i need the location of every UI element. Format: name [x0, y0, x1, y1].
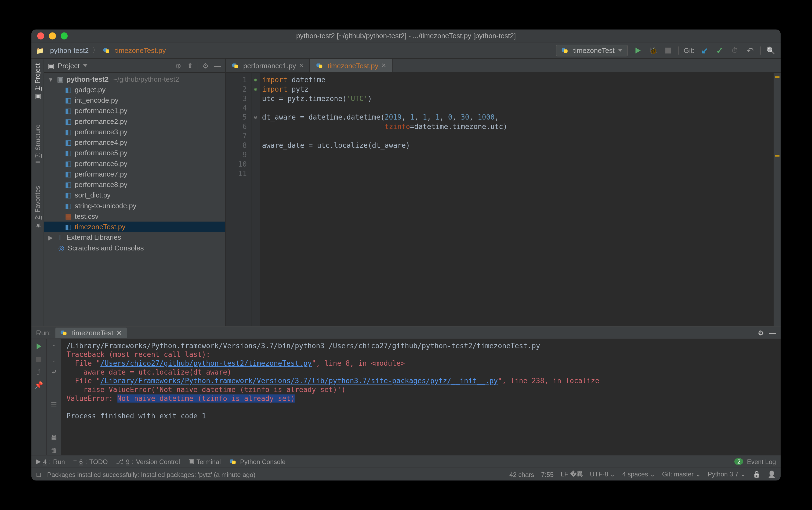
git-commit-button[interactable] — [715, 45, 725, 55]
run-tool-tab[interactable]: ▶ 4: Run — [36, 458, 65, 465]
readonly-lock-icon[interactable] — [753, 471, 761, 478]
caret-open-icon[interactable] — [48, 76, 54, 83]
tree-file[interactable]: performance5.py — [44, 148, 225, 158]
expand-icon[interactable] — [251, 75, 260, 85]
git-history-button[interactable] — [730, 45, 740, 55]
run-toolbar-secondary — [47, 339, 62, 455]
up-stack-button[interactable] — [49, 342, 59, 351]
caret-closed-icon[interactable] — [48, 234, 54, 241]
git-branch[interactable]: Git: master ⌄ — [662, 471, 701, 478]
cursor-position[interactable]: 7:55 — [541, 471, 554, 478]
down-stack-button[interactable] — [49, 355, 59, 364]
chevron-down-icon[interactable] — [83, 64, 88, 67]
close-window-button[interactable] — [37, 32, 44, 39]
python-file-icon — [64, 191, 72, 199]
tree-file[interactable]: performance1.py — [44, 106, 225, 116]
python-file-icon — [64, 107, 72, 115]
editor-tabs: performance1.py ✕ timezoneTest.py ✕ — [226, 59, 781, 73]
close-tab-icon[interactable]: ✕ — [116, 329, 122, 337]
tree-file[interactable]: performance3.py — [44, 127, 225, 137]
tree-file[interactable]: sort_dict.py — [44, 190, 225, 200]
python-file-icon — [64, 117, 72, 126]
run-tab[interactable]: timezoneTest ✕ — [56, 327, 127, 338]
project-tool-tab[interactable]: ▣ 1: Project — [34, 63, 41, 101]
traceback-link[interactable]: /Users/chico27/github/python-test2/timez… — [100, 359, 312, 368]
hide-panel-button[interactable] — [213, 61, 222, 70]
code-content[interactable]: import datetime import pytz utc = pytz.t… — [260, 73, 774, 326]
tree-file-label: performance6.py — [74, 160, 127, 168]
tree-file[interactable]: test.csv — [44, 211, 225, 222]
file-encoding[interactable]: UTF-8 ⌄ — [590, 471, 615, 478]
maximize-window-button[interactable] — [61, 32, 68, 39]
editor-body[interactable]: 1234567891011 import datetime import pyt… — [226, 73, 781, 326]
editor-tab-inactive[interactable]: performance1.py ✕ — [226, 59, 310, 72]
indent-settings[interactable]: 4 spaces ⌄ — [622, 471, 655, 478]
external-libraries[interactable]: External Libraries — [44, 232, 225, 243]
close-tab-icon[interactable]: ✕ — [299, 62, 303, 69]
pin-button[interactable]: 📌 — [34, 380, 43, 390]
tool-windows-toggle[interactable] — [36, 471, 41, 478]
structure-tool-tab[interactable]: ⫴ 7: Structure — [34, 124, 41, 163]
git-revert-button[interactable] — [745, 45, 755, 55]
hide-run-button[interactable] — [769, 329, 776, 337]
restore-layout-button[interactable] — [34, 368, 43, 377]
editor-scrollbar[interactable] — [774, 73, 781, 326]
tree-file-label: performance3.py — [74, 128, 127, 136]
debug-button[interactable] — [648, 45, 658, 55]
tree-file[interactable]: performance6.py — [44, 158, 225, 169]
terminal-tool-tab[interactable]: ▣ Terminal — [188, 458, 221, 465]
editor-tab-active[interactable]: timezoneTest.py ✕ — [310, 59, 393, 72]
warning-marker[interactable] — [775, 155, 779, 157]
python-file-icon — [316, 62, 323, 69]
locate-file-button[interactable] — [174, 61, 183, 70]
tree-file[interactable]: string-to-unicode.py — [44, 200, 225, 211]
tree-file[interactable]: int_encode.py — [44, 95, 225, 106]
scroll-to-end-button[interactable] — [49, 380, 59, 429]
python-icon — [60, 329, 67, 336]
run-button[interactable] — [633, 45, 643, 55]
collapse-all-button[interactable] — [186, 61, 194, 70]
console-output[interactable]: /Library/Frameworks/Python.framework/Ver… — [62, 339, 781, 455]
project-view-title[interactable]: Project — [58, 61, 80, 70]
tree-file[interactable]: performance8.py — [44, 179, 225, 190]
breadcrumb-root[interactable]: python-test2 — [50, 46, 89, 55]
minimize-window-button[interactable] — [49, 32, 56, 39]
clear-button[interactable] — [49, 446, 59, 455]
rerun-button[interactable] — [34, 342, 43, 351]
python-console-tool-tab[interactable]: Python Console — [229, 458, 286, 465]
tree-file[interactable]: timezoneTest.py — [44, 222, 225, 232]
vcs-tool-tab[interactable]: ⎇ 9: Version Control — [116, 458, 180, 465]
git-update-button[interactable] — [699, 45, 710, 55]
python-interpreter[interactable]: Python 3.7 ⌄ — [708, 471, 745, 478]
python-file-icon — [232, 62, 238, 69]
expand-icon[interactable] — [251, 85, 260, 94]
breadcrumb-file[interactable]: timezoneTest.py — [115, 46, 166, 55]
collapse-icon[interactable] — [251, 113, 260, 122]
tree-file-label: performance7.py — [74, 170, 127, 178]
tree-file[interactable]: performance2.py — [44, 116, 225, 126]
scratches-consoles[interactable]: Scratches and Consoles — [44, 243, 225, 253]
todo-tool-tab[interactable]: ≡ 6: TODO — [73, 458, 108, 465]
run-settings-button[interactable] — [758, 329, 764, 337]
settings-button[interactable] — [202, 61, 210, 70]
warning-marker[interactable] — [775, 76, 779, 78]
run-configuration-selector[interactable]: timezoneTest — [555, 44, 628, 56]
event-log-tab[interactable]: Event Log — [747, 458, 776, 465]
stop-button[interactable] — [663, 45, 674, 55]
project-tree[interactable]: python-test2 ~/github/python-test2 gadge… — [44, 73, 225, 326]
stop-button[interactable] — [34, 355, 43, 364]
tree-root[interactable]: python-test2 ~/github/python-test2 — [44, 74, 225, 84]
print-button[interactable] — [49, 433, 59, 442]
tree-file[interactable]: performance7.py — [44, 169, 225, 179]
inspector-icon[interactable] — [768, 471, 776, 478]
tree-file[interactable]: performance4.py — [44, 137, 225, 148]
soft-wrap-button[interactable] — [49, 368, 59, 377]
search-everywhere-button[interactable] — [765, 45, 776, 55]
close-tab-icon[interactable]: ✕ — [381, 62, 386, 69]
line-separator[interactable]: LF �異 — [561, 470, 583, 479]
favorites-tool-tab[interactable]: ★ 2: Favorites — [34, 186, 41, 230]
python-file-icon — [64, 128, 72, 136]
traceback-link[interactable]: /Library/Frameworks/Python.framework/Ver… — [100, 377, 498, 385]
folding-gutter[interactable] — [251, 73, 260, 326]
tree-file[interactable]: gadget.py — [44, 85, 225, 95]
